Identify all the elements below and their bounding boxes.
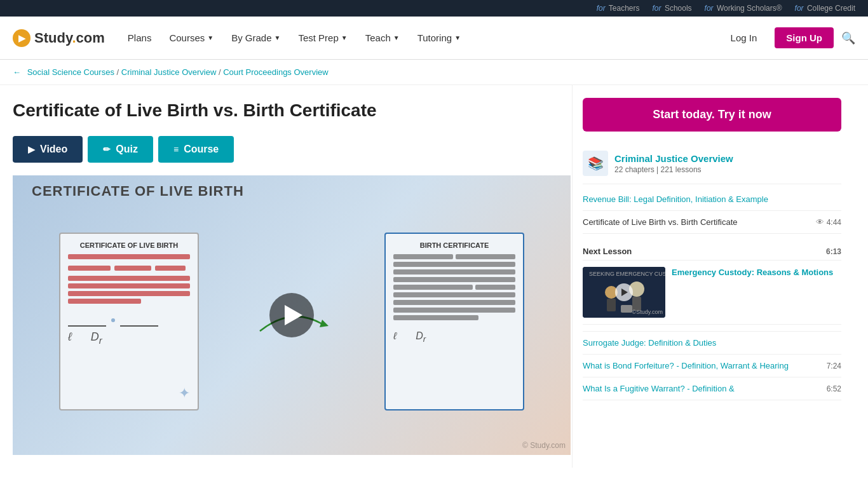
for-teachers[interactable]: for Teachers <box>597 4 640 13</box>
list-item: Revenue Bill: Legal Definition, Initiati… <box>583 188 841 211</box>
course-header: 📚 Criminal Justice Overview 22 chapters … <box>583 143 841 184</box>
thumb-play-icon[interactable] <box>615 283 633 301</box>
list-item: What Is a Fugitive Warrant? - Definition… <box>583 377 841 400</box>
next-lesson-header: Next Lesson 6:13 <box>583 240 841 261</box>
nav-links: Plans Courses ▼ By Grade ▼ Test Prep ▼ T… <box>120 17 721 60</box>
page-title: Certificate of Live Birth vs. Birth Cert… <box>13 100 559 121</box>
lesson-link-surrogate[interactable]: Surrogate Judge: Definition & Duties <box>583 338 716 348</box>
nav-plans[interactable]: Plans <box>120 17 159 60</box>
lesson-link-revenue[interactable]: Revenue Bill: Legal Definition, Initiati… <box>583 194 768 204</box>
sidebar: Start today. Try it now 📚 Criminal Justi… <box>572 85 851 468</box>
lesson-list: Revenue Bill: Legal Definition, Initiati… <box>583 188 841 400</box>
main-container: Certificate of Live Birth vs. Birth Cert… <box>0 85 868 468</box>
content-area: Certificate of Live Birth vs. Birth Cert… <box>0 85 572 468</box>
for-working-scholars[interactable]: for Working Scholars® <box>705 4 782 13</box>
video-watermark: © Study.com <box>522 441 566 450</box>
quiz-icon: ✏ <box>103 144 111 154</box>
video-title-bar: CERTIFICATE OF LIVE BIRTH <box>13 183 571 200</box>
video-icon: ▶ <box>28 144 35 154</box>
nav-courses[interactable]: Courses ▼ <box>161 17 221 60</box>
thumb-watermark: ©Study.com <box>632 309 663 315</box>
logo-study: Study <box>34 30 72 46</box>
course-meta: 22 chapters | 221 lessons <box>614 165 733 174</box>
nav-by-grade[interactable]: By Grade ▼ <box>224 17 288 60</box>
top-bar: for Teachers for Schools for Working Sch… <box>0 0 868 17</box>
for-college-credit[interactable]: for College Credit <box>795 4 855 13</box>
course-title[interactable]: Criminal Justice Overview <box>614 153 733 164</box>
play-button[interactable] <box>269 293 314 337</box>
svg-rect-4 <box>607 299 616 311</box>
nav-teach[interactable]: Teach ▼ <box>358 17 407 60</box>
tab-quiz[interactable]: ✏ Quiz <box>88 136 153 163</box>
eye-icon: 👁 <box>816 217 824 227</box>
next-lesson-info: Emergency Custody: Reasons & Motions <box>672 267 833 318</box>
list-item-current: Certificate of Live Birth vs. Birth Cert… <box>583 211 841 234</box>
breadcrumb-criminal-justice[interactable]: Criminal Justice Overview <box>121 67 217 77</box>
tabs: ▶ Video ✏ Quiz ≡ Course <box>13 136 559 163</box>
svg-rect-7 <box>621 305 632 313</box>
course-icon-img: 📚 <box>583 151 608 176</box>
current-lesson-duration: 👁 4:44 <box>816 217 841 227</box>
lesson-link-bond[interactable]: What is Bond Forfeiture? - Definition, W… <box>583 361 789 370</box>
logo[interactable]: ▶ Study.com <box>13 29 105 47</box>
list-item: Next Lesson 6:13 SEEKING EMERGENCY CUSTO… <box>583 234 841 332</box>
video-container: CERTIFICATE OF LIVE BIRTH CERTIFICATE OF… <box>13 175 571 455</box>
search-icon[interactable]: 🔍 <box>841 31 855 45</box>
for-schools[interactable]: for Schools <box>653 4 692 13</box>
fugitive-duration: 6:52 <box>827 384 841 393</box>
breadcrumb-court-proceedings[interactable]: Court Proceedings Overview <box>223 67 328 77</box>
next-lesson-title-link[interactable]: Emergency Custody: Reasons & Motions <box>672 268 833 277</box>
breadcrumb: ← Social Science Courses / Criminal Just… <box>0 60 868 85</box>
back-arrow: ← <box>13 67 21 77</box>
logo-com: com <box>76 30 105 46</box>
nav-test-prep[interactable]: Test Prep ▼ <box>290 17 355 60</box>
list-item: Surrogate Judge: Definition & Duties <box>583 332 841 355</box>
doc-card-birth-certificate: BIRTH CERTIFICATE <box>384 233 524 410</box>
doc-card-live-birth: CERTIFICATE OF LIVE BIRTH <box>59 233 199 410</box>
login-button[interactable]: Log In <box>721 27 768 48</box>
next-lesson-thumbnail[interactable]: SEEKING EMERGENCY CUSTODY <box>583 267 665 318</box>
cta-button[interactable]: Start today. Try it now <box>583 98 841 132</box>
lesson-link-fugitive[interactable]: What Is a Fugitive Warrant? - Definition… <box>583 384 735 393</box>
current-lesson-title: Certificate of Live Birth vs. Birth Cert… <box>583 217 737 227</box>
list-item: What is Bond Forfeiture? - Definition, W… <box>583 355 841 377</box>
svg-text:SEEKING EMERGENCY CUSTODY: SEEKING EMERGENCY CUSTODY <box>589 271 665 277</box>
svg-marker-0 <box>320 320 329 327</box>
breadcrumb-social-science[interactable]: Social Science Courses <box>27 67 114 77</box>
play-triangle-icon <box>285 305 302 325</box>
bond-duration: 7:24 <box>827 362 841 370</box>
course-icon: ≡ <box>173 144 179 154</box>
main-nav: ▶ Study.com Plans Courses ▼ By Grade ▼ T… <box>0 17 868 60</box>
nav-tutoring[interactable]: Tutoring ▼ <box>410 17 468 60</box>
nav-right: Log In Sign Up 🔍 <box>721 27 855 48</box>
tab-course[interactable]: ≡ Course <box>158 136 234 163</box>
logo-icon: ▶ <box>13 29 31 47</box>
tab-video[interactable]: ▶ Video <box>13 136 83 163</box>
signup-button[interactable]: Sign Up <box>775 27 834 48</box>
next-lesson-block: SEEKING EMERGENCY CUSTODY <box>583 261 841 325</box>
video-bg: CERTIFICATE OF LIVE BIRTH CERTIFICATE OF… <box>13 175 571 455</box>
